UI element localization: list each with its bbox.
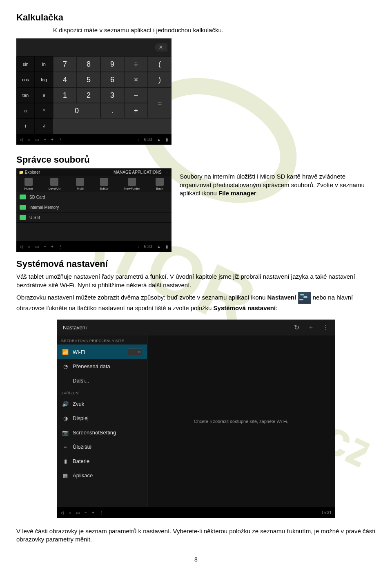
exp-item-internal: Internal Memory (16, 202, 172, 212)
battery-icon: ▮ (166, 244, 168, 249)
wifi-icon: ▲ (157, 137, 161, 142)
calc-fn-log: log (35, 72, 53, 87)
wifi-toggle: O (128, 349, 142, 355)
calc-2: 2 (77, 87, 100, 103)
heading-kalkulacka: Kalkulačka (16, 12, 376, 23)
calc-fn-pow: ^ (35, 103, 53, 119)
tool-home: Home (24, 178, 33, 190)
calc-fn-fact: ! (16, 119, 35, 134)
backspace-icon: ✕ (154, 43, 167, 51)
sidebar-item-wifi: 📶 Wi-Fi O (57, 344, 147, 359)
sidebar-item-display: ◑ Displej (57, 411, 147, 425)
data-icon: ◔ (62, 364, 69, 369)
menu-icon: ⋮ (58, 137, 62, 142)
calc-fn-cos: cos (16, 72, 35, 87)
explorer-screenshot: 📁 Explorer MANAGE APPLICATIONS ⋮ Home Le… (16, 168, 172, 252)
sys-paragraph-1: Váš tablet umožňuje nastavení řady param… (16, 273, 376, 289)
settings-detail-pane: Chcete-li zobrazit dostupné sítě, zapnět… (147, 335, 335, 507)
calculator-screenshot: ✕ sin ln cos log tan e π ^ ! √ 7 8 9 ÷ ( (16, 38, 172, 145)
volup-icon: + (51, 137, 53, 142)
download-icon: ↓ (137, 244, 139, 249)
section-wireless: BEZDRÁTOVÁ PŘIPOJENÍ A SÍTĚ (57, 335, 147, 344)
sound-icon: 🔊 (62, 401, 69, 407)
sidebar-item-sound: 🔊 Zvuk (57, 397, 147, 411)
battery-icon: ▮ (62, 459, 69, 464)
calc-0: 0 (53, 103, 100, 119)
calc-eq: = (148, 87, 172, 119)
settings-title: Nastavení (63, 324, 87, 331)
voldown-icon: − (85, 510, 87, 515)
calc-function-pad: sin ln cos log tan e π ^ ! √ (16, 56, 53, 134)
footer-paragraph: V levé části obrazovky je seznam paramet… (16, 527, 376, 544)
volup-icon: + (92, 510, 94, 515)
sidebar-item-apps: ▦ Aplikace (57, 468, 147, 483)
android-nav-bar: ◁ ○ ▭ − + ⋮ 15:31 (57, 507, 335, 518)
recent-icon: ▭ (35, 137, 39, 142)
calc-lparen: ( (148, 56, 172, 72)
heading-systemova: Systémová nastavení (16, 259, 376, 269)
exp-item-usb: U S B (16, 212, 172, 223)
calc-fn-tan: tan (16, 87, 35, 103)
settings-sidebar: BEZDRÁTOVÁ PŘIPOJENÍ A SÍTĚ 📶 Wi-Fi O ◔ … (57, 335, 147, 507)
back-icon: ◁ (60, 510, 64, 515)
voldown-icon: − (44, 137, 46, 142)
menu-icon: ⋮ (99, 510, 103, 515)
home-icon: ○ (28, 244, 30, 249)
calc-fn-e: e (35, 87, 53, 103)
settings-header: Nastavení ↻ + ⋮ (57, 320, 335, 335)
clock: 15:31 (321, 510, 332, 515)
calc-rparen: ) (148, 72, 172, 87)
sidebar-item-screenshot: 📷 ScreenshotSetting (57, 425, 147, 440)
calc-5: 5 (77, 72, 100, 87)
sidebar-item-data: ◔ Přenesená data (57, 359, 147, 374)
folder-icon (20, 195, 26, 199)
settings-screenshot: Nastavení ↻ + ⋮ BEZDRÁTOVÁ PŘIPOJENÍ A S… (57, 320, 335, 518)
recent-icon: ▭ (35, 244, 39, 249)
home-icon: ○ (28, 137, 30, 142)
add-icon: + (309, 324, 313, 331)
overflow-icon: ⋮ (323, 324, 329, 331)
tool-multi: Multi (76, 178, 84, 190)
folder-icon (20, 205, 26, 210)
download-icon: ↓ (137, 137, 139, 142)
apps-icon: ▦ (62, 473, 69, 479)
section-device: ZAŘÍZENÍ (57, 388, 147, 397)
page-number: 8 (16, 556, 376, 563)
settings-icon (298, 292, 311, 304)
calc-1: 1 (53, 87, 77, 103)
calc-add: + (124, 103, 148, 119)
calc-6: 6 (100, 72, 124, 87)
explorer-title: 📁 Explorer (19, 170, 40, 174)
heading-spravce: Správce souborů (16, 154, 376, 165)
clock: 6:30 (144, 244, 152, 249)
tool-editor: Editor (100, 178, 109, 190)
recent-icon: ▭ (76, 510, 80, 515)
calc-number-pad: 7 8 9 ÷ ( 4 5 6 × ) 1 2 3 − = 0 . + (53, 56, 172, 134)
calc-fn-sqrt: √ (35, 119, 53, 134)
calc-8: 8 (77, 56, 100, 72)
sidebar-item-more: Další... (57, 374, 147, 388)
android-nav-bar: ◁ ○ ▭ − + ⋮ ↓ 6:30 ▲ ▮ (16, 241, 172, 252)
calc-sub: − (124, 87, 148, 103)
exp-item-sdcard: SD Card (16, 192, 172, 202)
camera-icon: 📷 (62, 430, 69, 436)
wifi-icon: ▲ (157, 244, 161, 249)
sidebar-item-battery: ▮ Baterie (57, 454, 147, 468)
android-nav-bar: ◁ ○ ▭ − + ⋮ ↓ 6:30 ▲ ▮ (16, 134, 172, 145)
tool-levelup: LevelUp (49, 178, 60, 190)
calc-dot: . (100, 103, 124, 119)
files-paragraph: Soubory na interním úložišti i Micro SD … (180, 172, 376, 197)
volup-icon: + (51, 244, 53, 249)
calc-3: 3 (100, 87, 124, 103)
tool-newfolder: NewFolder (124, 178, 140, 190)
calc-4: 4 (53, 72, 77, 87)
wifi-icon: 📶 (62, 349, 69, 355)
battery-icon: ▮ (166, 137, 168, 142)
calc-7: 7 (53, 56, 77, 72)
calc-display: ✕ (16, 38, 172, 56)
refresh-icon: ↻ (294, 324, 299, 331)
tool-back: Back (156, 178, 164, 190)
calc-fn-ln: ln (35, 56, 53, 72)
clock: 6:30 (144, 137, 152, 142)
manage-apps-label: MANAGE APPLICATIONS ⋮ (114, 170, 169, 174)
